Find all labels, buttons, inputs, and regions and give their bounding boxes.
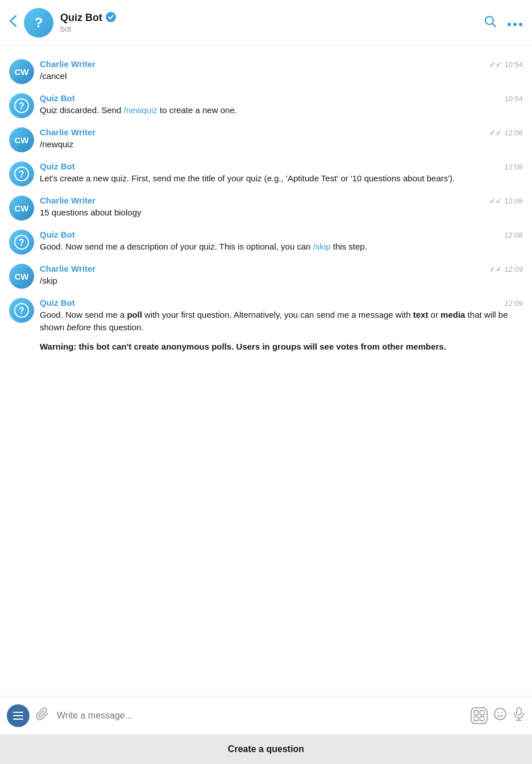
svg-rect-14 (474, 711, 479, 715)
message-text: Good. Now send me a poll with your first… (40, 309, 523, 334)
chat-area: CW Charlie Writer ✓✓ 10:54 /cancel ? Qui… (0, 45, 532, 696)
newquiz-link[interactable]: /newquiz (124, 105, 157, 115)
search-icon[interactable] (483, 14, 497, 31)
message-input[interactable] (55, 711, 465, 721)
avatar-bot: ? (9, 93, 34, 118)
message-row: CW Charlie Writer ✓✓ 10:54 /cancel (0, 55, 532, 89)
svg-text:?: ? (19, 101, 24, 111)
bot-subtitle: bot (60, 24, 483, 34)
chat-header: ? Quiz Bot bot (0, 0, 532, 45)
message-content: Quiz Bot 10:54 Quiz discarded. Send /new… (40, 93, 523, 117)
message-text: /skip (40, 275, 523, 287)
svg-point-5 (519, 23, 522, 26)
menu-button[interactable] (7, 704, 30, 727)
message-row: ? Quiz Bot 12:08 Good. Now send me a des… (0, 225, 532, 259)
sender-name: Quiz Bot (40, 298, 75, 308)
message-content: Quiz Bot 12:08 Let's create a new quiz. … (40, 161, 523, 185)
avatar-bot: ? (9, 230, 34, 255)
message-time: 12:09 (504, 299, 523, 308)
sender-name: Charlie Writer (40, 196, 95, 205)
message-time: ✓✓ 12:08 (489, 128, 523, 137)
message-time: 12:08 (504, 231, 523, 239)
microphone-icon[interactable] (513, 707, 525, 724)
svg-point-20 (501, 712, 502, 713)
message-row: CW Charlie Writer ✓✓ 12:09 /skip (0, 259, 532, 293)
message-text: Let's create a new quiz. First, send me … (40, 172, 523, 185)
avatar-cw: CW (9, 264, 34, 289)
avatar-cw: CW (9, 127, 34, 152)
message-content: Charlie Writer ✓✓ 12:08 /newquiz (40, 127, 523, 151)
apps-icon[interactable] (471, 707, 488, 724)
message-text: /cancel (40, 70, 523, 82)
message-content: Charlie Writer ✓✓ 12:09 /skip (40, 264, 523, 287)
message-text: Quiz discarded. Send /newquiz to create … (40, 104, 523, 117)
avatar-cw: CW (9, 196, 34, 221)
avatar-bot: ? (9, 161, 34, 186)
svg-point-0 (106, 12, 116, 22)
svg-rect-15 (480, 711, 485, 715)
message-time: ✓✓ 12:09 (489, 265, 523, 273)
header-actions (483, 14, 523, 31)
message-text: Good. Now send me a description of your … (40, 240, 523, 253)
svg-point-19 (498, 712, 499, 713)
back-button[interactable] (9, 15, 17, 31)
svg-rect-17 (480, 716, 485, 721)
avatar-cw: CW (9, 59, 34, 84)
sender-name: Charlie Writer (40, 127, 95, 137)
svg-text:?: ? (19, 306, 24, 315)
more-options-icon[interactable] (507, 15, 523, 30)
message-time: 12:08 (504, 163, 523, 171)
svg-line-2 (493, 23, 496, 27)
attach-icon[interactable] (35, 707, 49, 724)
read-receipt: ✓✓ (489, 128, 502, 137)
sender-name: Quiz Bot (40, 161, 75, 171)
message-row: ? Quiz Bot 10:54 Quiz discarded. Send /n… (0, 89, 532, 123)
skip-link[interactable]: /skip (313, 242, 331, 251)
create-question-bar[interactable]: Create a question (0, 734, 532, 764)
svg-rect-21 (517, 708, 521, 715)
read-receipt: ✓✓ (489, 60, 502, 69)
hamburger-icon (13, 712, 23, 720)
message-text: 15 questions about biology (40, 206, 523, 219)
read-receipt: ✓✓ (489, 197, 502, 205)
sender-name: Quiz Bot (40, 93, 75, 103)
svg-point-4 (513, 23, 517, 26)
message-time: ✓✓ 12:08 (489, 197, 523, 205)
create-question-label: Create a question (228, 744, 304, 754)
message-row: ? Quiz Bot 12:08 Let's create a new quiz… (0, 157, 532, 191)
sender-name: Charlie Writer (40, 264, 95, 273)
avatar-bot: ? (9, 298, 34, 323)
message-time: 10:54 (504, 94, 523, 103)
message-time: ✓✓ 10:54 (489, 60, 523, 69)
message-text: /newquiz (40, 138, 523, 151)
message-content: Quiz Bot 12:08 Good. Now send me a descr… (40, 230, 523, 253)
svg-point-3 (508, 23, 511, 26)
warning-text: Warning: this bot can't create anonymous… (40, 341, 523, 353)
header-info: Quiz Bot bot (60, 12, 483, 34)
message-content: Quiz Bot 12:09 Good. Now send me a poll … (40, 298, 523, 352)
svg-rect-16 (474, 716, 479, 721)
svg-text:?: ? (19, 169, 24, 179)
sender-name: Charlie Writer (40, 59, 95, 69)
bot-name: Quiz Bot (60, 12, 102, 24)
message-content: Charlie Writer ✓✓ 12:08 15 questions abo… (40, 196, 523, 219)
message-row: CW Charlie Writer ✓✓ 12:08 15 questions … (0, 191, 532, 225)
message-content: Charlie Writer ✓✓ 10:54 /cancel (40, 59, 523, 82)
svg-point-18 (494, 708, 506, 720)
sender-name: Quiz Bot (40, 230, 75, 239)
verified-badge (106, 12, 116, 24)
emoji-icon[interactable] (493, 707, 507, 724)
input-area (0, 696, 532, 734)
read-receipt: ✓✓ (489, 265, 502, 273)
bot-avatar: ? (24, 8, 53, 38)
message-row: CW Charlie Writer ✓✓ 12:08 /newquiz (0, 123, 532, 157)
svg-text:?: ? (19, 238, 24, 247)
message-row: ? Quiz Bot 12:09 Good. Now send me a pol… (0, 293, 532, 357)
